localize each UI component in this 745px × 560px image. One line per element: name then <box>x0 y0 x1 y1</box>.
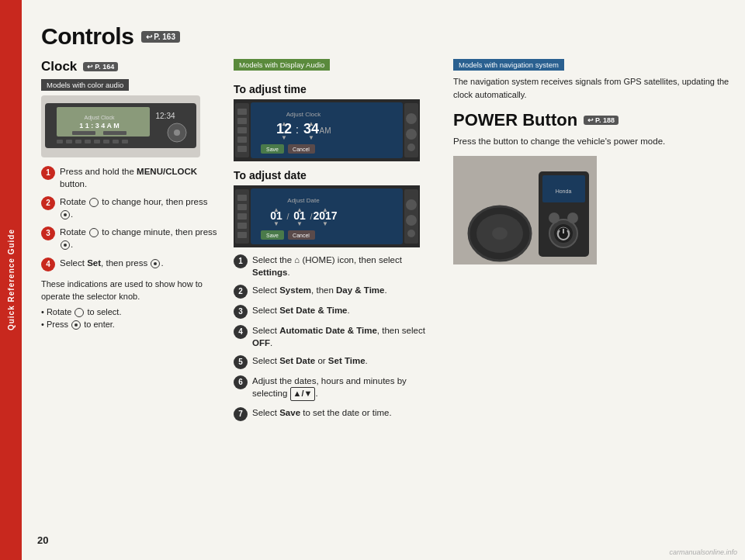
svg-rect-20 <box>237 118 247 124</box>
clock-step-4-text: Select Set, then press . <box>60 257 220 269</box>
svg-rect-22 <box>237 137 247 143</box>
display-audio-banner: Models with Display Audio <box>234 59 330 71</box>
da-step-6-text: Adjust the dates, hours and minutes by s… <box>252 375 439 400</box>
svg-text:Save: Save <box>266 147 279 152</box>
clock-step-2-text: Rotate to change hour, then press . <box>60 195 220 220</box>
display-audio-steps-list: 1 Select the ⌂ (HOME) icon, then select … <box>234 254 439 421</box>
clock-note-text: These indications are used to show how t… <box>41 279 203 302</box>
da-step-1: 1 Select the ⌂ (HOME) icon, then select … <box>234 254 439 278</box>
svg-text:AM: AM <box>320 126 331 135</box>
svg-rect-44 <box>237 195 247 201</box>
svg-rect-9 <box>57 140 63 143</box>
svg-text:1 1 : 3 4 A M: 1 1 : 3 4 A M <box>79 122 119 130</box>
svg-rect-12 <box>85 140 91 143</box>
svg-rect-46 <box>237 213 247 220</box>
svg-rect-4 <box>72 131 95 135</box>
power-button-note: Press the button to change the vehicle's… <box>453 135 729 148</box>
svg-text:Cancel: Cancel <box>293 147 310 152</box>
da-step-4: 4 Select Automatic Date & Time, then sel… <box>234 324 439 349</box>
clock-step-2: 2 Rotate to change hour, then press . <box>41 195 220 220</box>
watermark: carmanualsonline.info <box>669 548 737 556</box>
svg-rect-13 <box>94 140 100 143</box>
clock-step-3-text: Rotate to change minute, then press . <box>60 226 220 251</box>
svg-text:▲: ▲ <box>322 206 328 213</box>
svg-rect-16 <box>122 140 128 143</box>
clock-title-text: Clock <box>41 59 77 74</box>
clock-bullets: Rotate to select. Press to enter. <box>41 306 220 331</box>
clock-bullet-1: Rotate to select. <box>41 306 220 319</box>
adjust-time-title: To adjust time <box>234 83 439 95</box>
rotate-icon-note <box>74 308 84 317</box>
svg-text:▼: ▼ <box>273 220 279 227</box>
press-icon-note <box>71 320 81 330</box>
clock-step-4-num: 4 <box>41 258 55 271</box>
da-step-1-num: 1 <box>234 254 248 268</box>
clock-ref-badge: P. 164 <box>83 62 118 71</box>
svg-rect-45 <box>237 204 247 210</box>
svg-text:Cancel: Cancel <box>293 233 310 238</box>
clock-step-3-num: 3 <box>41 226 55 240</box>
sidebar-label: Quick Reference Guide <box>7 229 16 330</box>
svg-rect-23 <box>237 146 247 152</box>
press-icon-2 <box>61 210 70 220</box>
svg-text:▼: ▼ <box>281 134 287 141</box>
svg-text:Adjust Date: Adjust Date <box>287 197 320 204</box>
clock-note-block: These indications are used to show how t… <box>41 278 220 331</box>
columns-layout: Clock P. 164 Models with color audio Adj… <box>41 59 729 538</box>
svg-text:▲: ▲ <box>273 206 279 213</box>
da-step-7-text: Select Save to set the date or time. <box>252 406 439 419</box>
svg-rect-14 <box>103 140 109 143</box>
display-audio-date-svg: Adjust Date 01 / 01 / 2017 ▲ ▲ ▲ ▼ ▼ ▼ S… <box>234 185 420 247</box>
car-interior-svg: Honda <box>453 156 597 264</box>
svg-text:Save: Save <box>266 233 279 238</box>
page-title-row: Controls P. 163 <box>41 23 729 50</box>
display-audio-date-image: Adjust Date 01 / 01 / 2017 ▲ ▲ ▲ ▼ ▼ ▼ S… <box>234 185 420 247</box>
svg-point-73 <box>492 227 508 240</box>
car-interior-image: Honda <box>453 156 597 264</box>
svg-rect-48 <box>237 232 247 238</box>
svg-point-8 <box>174 130 180 136</box>
power-button-title-text: POWER Button <box>453 110 577 130</box>
da-step-2-text: Select System, then Day & Time. <box>252 284 439 296</box>
col-right: Models with navigation system The naviga… <box>453 59 729 538</box>
da-step-2: 2 Select System, then Day & Time. <box>234 284 439 299</box>
svg-rect-19 <box>237 109 247 115</box>
page-title: Controls <box>41 23 133 50</box>
col-middle: Models with Display Audio To adjust time <box>234 59 439 538</box>
press-icon-3 <box>61 240 70 250</box>
da-step-3-text: Select Set Date & Time. <box>252 304 439 316</box>
clock-step-4: 4 Select Set, then press . <box>41 257 220 271</box>
rotate-icon-2 <box>89 198 99 207</box>
da-step-7: 7 Select Save to set the date or time. <box>234 406 439 421</box>
svg-text:▲: ▲ <box>308 120 314 127</box>
power-button-ref-badge: P. 188 <box>584 116 619 125</box>
svg-text:12:34: 12:34 <box>155 112 175 120</box>
svg-point-80 <box>549 213 560 223</box>
svg-rect-47 <box>237 223 247 229</box>
clock-step-1-num: 1 <box>41 166 55 180</box>
svg-point-40 <box>406 129 417 140</box>
da-step-6-num: 6 <box>234 375 248 389</box>
svg-text::: : <box>296 123 299 136</box>
svg-text:Honda: Honda <box>556 188 572 194</box>
svg-text:▼: ▼ <box>308 134 314 141</box>
svg-text:Adjust Clock: Adjust Clock <box>286 111 321 118</box>
clock-steps-list: 1 Press and hold the MENU/CLOCK button. … <box>41 165 220 271</box>
color-audio-svg: Adjust Clock 1 1 : 3 4 A M 12:34 <box>41 95 200 157</box>
nav-system-banner: Models with navigation system <box>453 59 564 71</box>
da-step-5: 5 Select Set Date or Set Time. <box>234 354 439 369</box>
display-audio-time-image: Adjust Clock 12 : 34 AM ▲ ▲ ▼ ▼ Save <box>234 99 420 161</box>
svg-text:Adjust Clock: Adjust Clock <box>85 115 115 121</box>
sidebar: Quick Reference Guide <box>0 0 22 560</box>
svg-point-39 <box>406 113 417 124</box>
press-icon-4 <box>151 259 160 268</box>
svg-rect-21 <box>237 127 247 133</box>
svg-rect-11 <box>75 140 81 143</box>
svg-rect-15 <box>113 140 119 143</box>
svg-point-69 <box>407 230 415 237</box>
svg-point-41 <box>407 143 415 151</box>
da-step-5-num: 5 <box>234 355 248 369</box>
color-audio-device-image: Adjust Clock 1 1 : 3 4 A M 12:34 <box>41 95 200 157</box>
svg-text:▼: ▼ <box>322 220 328 227</box>
da-step-6: 6 Adjust the dates, hours and minutes by… <box>234 375 439 400</box>
